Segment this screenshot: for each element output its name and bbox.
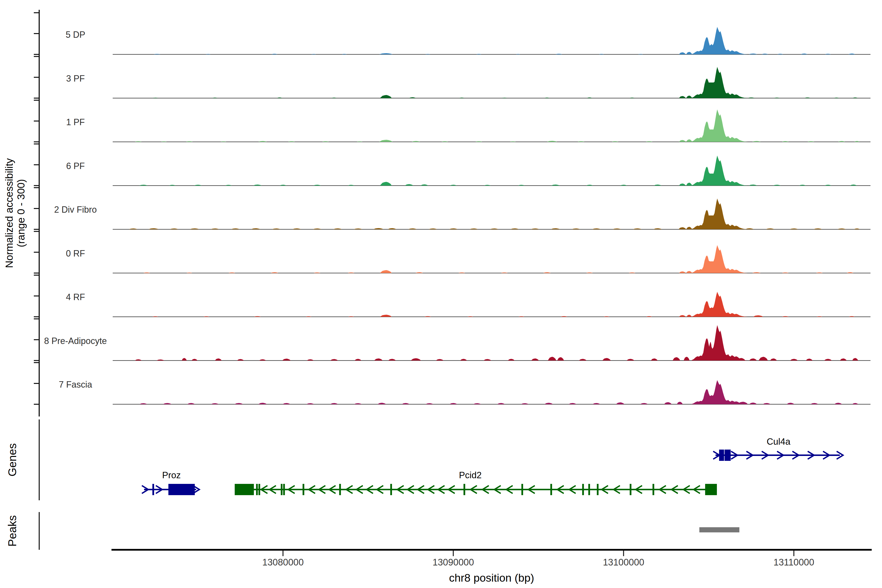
y-axis-label-line1: Normalized accessibility [3,158,15,268]
exon-block [152,484,154,495]
exon-block [258,484,260,495]
exon-block [283,484,285,495]
exon-block [521,484,523,495]
exon-block [168,484,195,495]
coverage-plot-figure: Normalized accessibility(range 0 - 300)5… [0,0,882,588]
exon-block [235,484,254,495]
exon-block [588,484,590,495]
x-axis-tick-label: 13080000 [262,557,304,567]
track-label: 8 Pre-Adipocyte [44,336,107,346]
genes-section-label: Genes [6,443,19,477]
track-label: 4 RF [66,292,85,302]
exon-block [281,484,282,495]
gene-label: Cul4a [766,436,790,447]
track-label: 3 PF [66,74,85,84]
exon-block [724,450,730,461]
exon-block [719,450,724,461]
exon-block [464,484,465,495]
gene-label: Pcid2 [459,470,482,480]
x-axis-tick-label: 13090000 [433,557,474,567]
track-label: 2 Div Fibro [54,205,97,214]
exon-block [630,484,632,495]
exon-block [550,484,552,495]
genome-coverage-plot: Normalized accessibility(range 0 - 300)5… [0,0,882,588]
x-axis-tick-label: 13100000 [603,557,644,567]
figure-background [0,0,882,588]
track-label: 1 PF [66,117,85,127]
exon-block [256,484,258,495]
exon-block [705,484,717,495]
gene-label: Proz [162,470,181,480]
exon-block [652,484,654,495]
track-label: 6 PF [66,161,85,171]
x-axis-title: chr8 position (bp) [449,572,534,584]
x-axis-tick-label: 13110000 [774,557,814,567]
exon-block [339,484,341,495]
exon-block [303,484,304,495]
track-label: 0 RF [66,248,85,258]
peak-interval-bar [699,527,739,532]
exon-block [597,484,598,495]
track-label: 5 DP [66,30,85,40]
track-label: 7 Fascia [59,380,92,390]
y-axis-label-line2: (range 0 - 300) [15,179,27,247]
exon-block [390,484,392,495]
peaks-section-label: Peaks [6,515,19,547]
exon-block [582,484,584,495]
